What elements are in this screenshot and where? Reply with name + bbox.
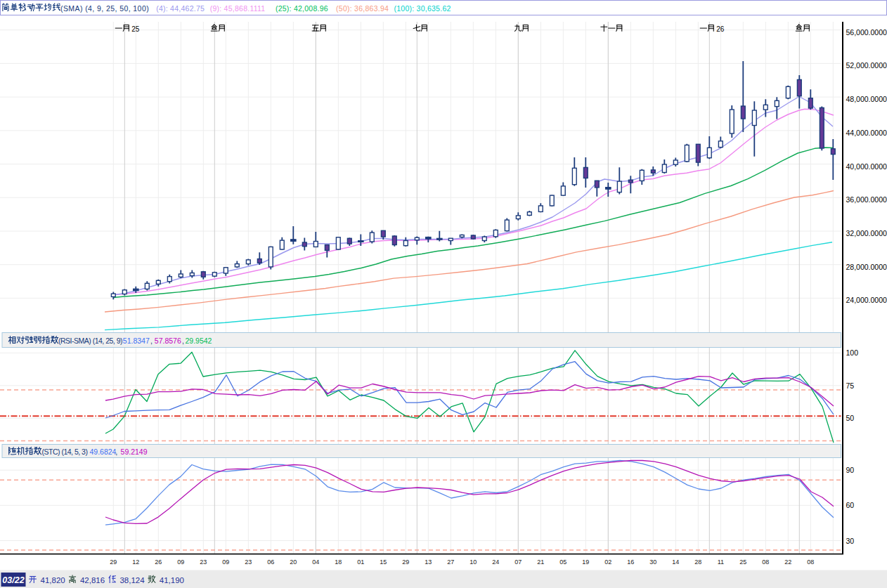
svg-text:38,124: 38,124 — [119, 576, 145, 584]
svg-text:08: 08 — [807, 558, 814, 566]
svg-text:30: 30 — [649, 558, 656, 566]
svg-text:42,816: 42,816 — [80, 576, 105, 584]
svg-text:,: , — [115, 447, 117, 456]
svg-text:14: 14 — [672, 558, 679, 566]
svg-text:48,000.0000: 48,000.0000 — [846, 95, 887, 103]
svg-text:19: 19 — [582, 558, 589, 566]
svg-text:22: 22 — [784, 558, 791, 566]
svg-text:90: 90 — [846, 466, 855, 474]
svg-text:(50): 36,863.94: (50): 36,863.94 — [336, 4, 389, 13]
svg-text:29: 29 — [110, 558, 117, 566]
svg-text:28: 28 — [694, 558, 701, 566]
svg-text:30: 30 — [846, 537, 855, 545]
svg-text:(SMA) (4, 9, 25, 50, 100): (SMA) (4, 9, 25, 50, 100) — [60, 4, 149, 13]
svg-text:32,000.0000: 32,000.0000 — [846, 229, 887, 237]
svg-text:26: 26 — [716, 25, 725, 33]
svg-text:05: 05 — [559, 558, 566, 566]
svg-text:50: 50 — [846, 414, 855, 422]
svg-text:04: 04 — [312, 558, 319, 566]
svg-text:11: 11 — [718, 558, 724, 566]
svg-text:15: 15 — [380, 558, 387, 566]
svg-text:56,000.0000: 56,000.0000 — [846, 28, 887, 37]
svg-text:(9): 45,868.1111: (9): 45,868.1111 — [210, 4, 266, 13]
svg-text:,: , — [182, 337, 184, 345]
svg-text:25: 25 — [131, 25, 140, 33]
svg-text:18: 18 — [335, 558, 342, 566]
svg-text:(100): 30,635.62: (100): 30,635.62 — [394, 4, 451, 13]
svg-text:13: 13 — [425, 558, 432, 566]
svg-text:09: 09 — [222, 558, 229, 566]
svg-text:57.8576: 57.8576 — [155, 337, 181, 345]
svg-text:10: 10 — [470, 558, 477, 566]
svg-text:29: 29 — [402, 558, 409, 566]
svg-text:21: 21 — [537, 558, 544, 566]
svg-text:25: 25 — [739, 558, 746, 566]
svg-text:03/22: 03/22 — [2, 575, 24, 585]
svg-text:01: 01 — [357, 558, 364, 566]
svg-text:75: 75 — [846, 381, 855, 390]
svg-text:41,190: 41,190 — [160, 576, 184, 584]
svg-text:02: 02 — [604, 558, 611, 566]
svg-text:08: 08 — [762, 558, 769, 566]
svg-text:23: 23 — [200, 558, 207, 566]
svg-text:41,820: 41,820 — [41, 576, 65, 584]
svg-text:24: 24 — [492, 558, 499, 566]
svg-text:16: 16 — [627, 558, 634, 566]
svg-text:06: 06 — [267, 558, 274, 566]
svg-text:(STC) (14, 5, 3): (STC) (14, 5, 3) — [42, 447, 88, 456]
svg-text:49.6824: 49.6824 — [90, 447, 117, 456]
svg-text:59.2149: 59.2149 — [121, 447, 148, 456]
svg-text:26: 26 — [155, 558, 162, 566]
svg-text:52,000.0000: 52,000.0000 — [846, 61, 887, 70]
svg-text:60: 60 — [846, 501, 855, 509]
svg-text:29.9542: 29.9542 — [186, 337, 212, 345]
svg-text:(RSI-SMA) (14, 25, 9): (RSI-SMA) (14, 25, 9) — [58, 337, 122, 345]
svg-text:09: 09 — [177, 558, 184, 566]
svg-text:40,000.0000: 40,000.0000 — [846, 162, 887, 171]
svg-text:28,000.0000: 28,000.0000 — [846, 263, 887, 271]
svg-text:(25): 42,008.96: (25): 42,008.96 — [276, 4, 328, 13]
svg-text:24,000.0000: 24,000.0000 — [846, 296, 887, 304]
svg-text:100: 100 — [846, 348, 859, 357]
svg-text:27: 27 — [447, 558, 454, 566]
svg-text:07: 07 — [514, 558, 522, 566]
svg-text:23: 23 — [245, 558, 252, 566]
svg-text:44,000.0000: 44,000.0000 — [846, 129, 887, 137]
svg-text:20: 20 — [290, 558, 297, 566]
svg-text:12: 12 — [132, 558, 139, 566]
svg-text:51.8347: 51.8347 — [123, 337, 150, 345]
svg-text:36,000.0000: 36,000.0000 — [846, 195, 887, 204]
svg-text:(4): 44,462.75: (4): 44,462.75 — [156, 4, 205, 13]
svg-text:,: , — [150, 337, 153, 345]
